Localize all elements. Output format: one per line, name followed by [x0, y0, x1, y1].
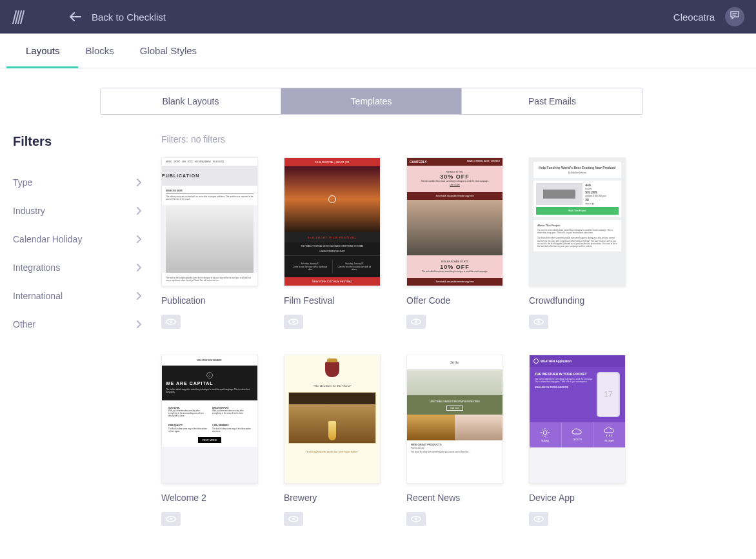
preview-button[interactable]	[406, 512, 426, 526]
filter-integrations[interactable]: Integrations	[13, 253, 142, 282]
template-title: Crowdfunding	[529, 295, 626, 306]
preview-button[interactable]	[284, 315, 303, 329]
filter-label: Calendar Holiday	[13, 234, 82, 244]
template-title: Recent News	[406, 493, 503, 503]
eye-icon	[411, 316, 421, 328]
template-card-film-festival[interactable]: FILM FESTIVAL | JAN 01 | 01 2nd SHORT FI…	[284, 157, 381, 329]
arrow-left-icon	[70, 12, 81, 21]
eye-icon	[411, 513, 421, 525]
template-card-device-app[interactable]: WEATHER Application THE WEATHER IN YOUR …	[529, 355, 626, 526]
filters-heading: Filters	[13, 134, 142, 149]
chat-button[interactable]	[725, 7, 744, 26]
username-label[interactable]: Cleocatra	[673, 12, 715, 23]
preview-button[interactable]	[529, 512, 548, 526]
template-thumb: "The Best Beer In The World" "fresh ingr…	[284, 355, 381, 484]
filter-label: International	[13, 291, 63, 301]
template-gallery: Filters: no filters MUSIC SPORT LIFE FOO…	[161, 134, 730, 526]
chevron-right-icon	[137, 179, 142, 186]
tab-layouts[interactable]: Layouts	[26, 34, 60, 68]
eye-icon	[288, 513, 299, 525]
chevron-right-icon	[137, 235, 142, 243]
filter-international[interactable]: International	[13, 282, 142, 310]
chat-icon	[730, 10, 740, 23]
template-card-recent-news[interactable]: Strike LATEST EMAIL NEWSLETTER UPDATES F…	[406, 355, 503, 526]
svg-point-14	[543, 431, 547, 435]
template-thumb: CANTERLYHOME | STORES | BLOG | CONTACT F…	[406, 157, 503, 286]
template-title: Offer Code	[406, 295, 503, 306]
svg-point-11	[292, 518, 295, 520]
svg-point-1	[170, 320, 172, 323]
chevron-right-icon	[137, 207, 142, 215]
tab-blocks[interactable]: Blocks	[86, 34, 114, 68]
template-title: Brewery	[284, 493, 381, 503]
template-thumb: MUSIC SPORT LIFE FOOD ENTERTAINMENT TELE…	[161, 157, 258, 286]
template-card-welcome-2[interactable]: WELCOME NEW MEMBER, C WE ARE CAPITAL The…	[161, 355, 258, 526]
preview-button[interactable]	[406, 315, 426, 329]
preview-button[interactable]	[529, 315, 548, 329]
svg-point-9	[170, 518, 172, 520]
template-thumb: WELCOME NEW MEMBER, C WE ARE CAPITAL The…	[161, 355, 258, 484]
eye-icon	[288, 316, 299, 328]
tab-global-styles[interactable]: Global Styles	[140, 34, 197, 68]
template-thumb: Strike LATEST EMAIL NEWSLETTER UPDATES F…	[406, 355, 503, 484]
filter-type[interactable]: Type	[13, 168, 142, 197]
template-title: Publication	[161, 295, 258, 306]
seg-past-emails[interactable]: Past Emails	[462, 88, 642, 114]
chevron-right-icon	[137, 320, 142, 328]
template-title: Device App	[529, 493, 626, 503]
eye-icon	[533, 513, 544, 525]
filter-label: Industry	[13, 206, 45, 216]
content-area: Blank Layouts Templates Past Emails Filt…	[0, 68, 756, 552]
layout-mode-segment: Blank Layouts Templates Past Emails	[13, 88, 730, 115]
eye-icon	[533, 316, 544, 328]
template-thumb: Help Fund the World's Best Exciting New …	[529, 157, 626, 286]
svg-point-5	[415, 320, 417, 323]
builder-tabs: Layouts Blocks Global Styles	[0, 34, 756, 68]
seg-blank-layouts[interactable]: Blank Layouts	[101, 88, 281, 114]
eye-icon	[166, 316, 176, 328]
template-title: Film Festival	[284, 295, 381, 306]
filter-label: Other	[13, 319, 35, 329]
topbar: Back to Checklist Cleocatra	[0, 0, 756, 34]
svg-point-3	[292, 320, 295, 323]
seg-templates[interactable]: Templates	[281, 88, 462, 114]
filter-label: Integrations	[13, 262, 60, 273]
svg-point-7	[537, 320, 540, 323]
eye-icon	[166, 513, 176, 525]
filter-other[interactable]: Other	[13, 310, 142, 338]
preview-button[interactable]	[284, 512, 303, 526]
template-card-publication[interactable]: MUSIC SPORT LIFE FOOD ENTERTAINMENT TELE…	[161, 157, 258, 329]
chevron-right-icon	[137, 264, 142, 271]
filters-applied-label: Filters: no filters	[161, 134, 730, 144]
template-thumb: FILM FESTIVAL | JAN 01 | 01 2nd SHORT FI…	[284, 157, 381, 286]
chevron-right-icon	[137, 292, 142, 300]
app-logo[interactable]	[12, 10, 25, 24]
back-label: Back to Checklist	[92, 12, 166, 23]
svg-point-16	[537, 518, 540, 520]
preview-button[interactable]	[161, 512, 181, 526]
template-thumb: WEATHER Application THE WEATHER IN YOUR …	[529, 355, 626, 484]
filter-calendar-holiday[interactable]: Calendar Holiday	[13, 225, 142, 253]
svg-point-13	[415, 518, 417, 520]
topbar-right: Cleocatra	[673, 7, 744, 26]
filters-sidebar: Filters Type Industry Calendar Holiday I…	[13, 134, 142, 526]
template-title: Welcome 2	[161, 493, 258, 503]
template-card-offer-code[interactable]: CANTERLYHOME | STORES | BLOG | CONTACT F…	[406, 157, 503, 329]
filter-label: Type	[13, 177, 32, 188]
back-to-checklist-button[interactable]: Back to Checklist	[70, 12, 166, 23]
preview-button[interactable]	[161, 315, 181, 329]
template-card-brewery[interactable]: "The Best Beer In The World" "fresh ingr…	[284, 355, 381, 526]
template-card-crowdfunding[interactable]: Help Fund the World's Best Exciting New …	[529, 157, 626, 329]
topbar-left: Back to Checklist	[12, 10, 166, 24]
filter-industry[interactable]: Industry	[13, 197, 142, 225]
